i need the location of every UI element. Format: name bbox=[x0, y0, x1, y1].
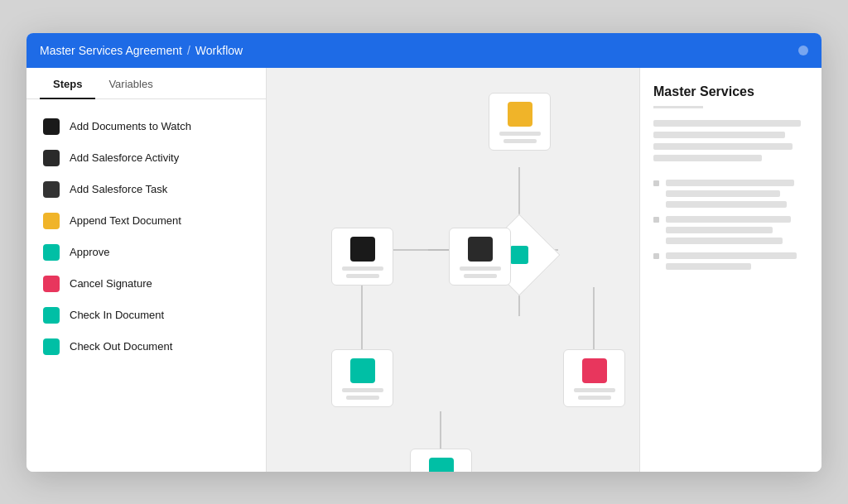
workflow-canvas-area[interactable] bbox=[267, 68, 639, 472]
doc-divider bbox=[653, 106, 703, 108]
step-icon-check-out bbox=[43, 338, 60, 355]
steps-list: Add Documents to WatchAdd Salesforce Act… bbox=[26, 99, 266, 472]
step-label-check-out: Check Out Document bbox=[70, 340, 172, 353]
header-indicator bbox=[798, 46, 808, 55]
step-icon-check-in bbox=[43, 307, 60, 324]
header-bar: Master Services Agreement / Workflow bbox=[26, 33, 822, 68]
sidebar: Steps Variables Add Documents to WatchAd… bbox=[26, 68, 267, 472]
node-icon-5 bbox=[350, 358, 375, 383]
step-icon-add-docs bbox=[43, 118, 60, 135]
sidebar-item-approve[interactable]: Approve bbox=[36, 238, 256, 266]
diamond-icon bbox=[510, 246, 528, 264]
node-icon-3 bbox=[468, 237, 493, 262]
sidebar-item-append-text[interactable]: Append Text Document bbox=[36, 207, 256, 235]
step-label-approve: Approve bbox=[70, 246, 109, 258]
node-lines-5 bbox=[339, 388, 386, 400]
node-lines-3 bbox=[456, 266, 504, 278]
step-icon-append-text bbox=[43, 213, 60, 229]
node-icon-1 bbox=[508, 102, 532, 127]
step-label-add-sf-activity: Add Salesforce Activity bbox=[70, 151, 179, 164]
step-label-check-in: Check In Document bbox=[70, 309, 164, 321]
sidebar-item-check-out[interactable]: Check Out Document bbox=[36, 333, 256, 361]
step-icon-approve bbox=[43, 244, 60, 261]
doc-preview-lines bbox=[653, 120, 808, 270]
doc-preview-title: Master Services bbox=[653, 84, 808, 99]
workflow-node-3[interactable] bbox=[449, 228, 511, 286]
node-lines-6 bbox=[571, 388, 618, 400]
workflow-node-2[interactable] bbox=[331, 228, 393, 286]
main-content: Steps Variables Add Documents to WatchAd… bbox=[26, 68, 822, 472]
step-label-add-sf-task: Add Salesforce Task bbox=[70, 183, 167, 195]
workflow-node-1[interactable] bbox=[489, 93, 551, 151]
workflow-node-5[interactable] bbox=[331, 349, 393, 407]
tab-bar: Steps Variables bbox=[26, 68, 266, 99]
sidebar-item-add-docs[interactable]: Add Documents to Watch bbox=[36, 113, 256, 141]
breadcrumb-section: Workflow bbox=[195, 44, 243, 57]
node-icon-6 bbox=[582, 358, 607, 383]
sidebar-item-add-sf-activity[interactable]: Add Salesforce Activity bbox=[36, 144, 256, 172]
step-label-append-text: Append Text Document bbox=[70, 214, 181, 227]
step-icon-add-sf-activity bbox=[43, 150, 60, 166]
header-title: Master Services Agreement / Workflow bbox=[40, 44, 243, 57]
breadcrumb-separator: / bbox=[187, 44, 190, 57]
node-lines-2 bbox=[339, 266, 386, 278]
step-label-cancel-sig: Cancel Signature bbox=[70, 277, 152, 290]
doc-preview-panel: Master Services bbox=[639, 68, 822, 472]
step-icon-cancel-sig bbox=[43, 276, 60, 292]
workflow-node-6[interactable] bbox=[563, 349, 625, 407]
tab-variables[interactable]: Variables bbox=[95, 68, 166, 98]
node-icon-2 bbox=[350, 237, 375, 262]
step-icon-add-sf-task bbox=[43, 181, 60, 198]
node-icon-7 bbox=[429, 458, 454, 472]
sidebar-item-cancel-sig[interactable]: Cancel Signature bbox=[36, 270, 256, 298]
breadcrumb-doc: Master Services Agreement bbox=[40, 44, 182, 57]
tab-steps[interactable]: Steps bbox=[40, 68, 95, 98]
step-label-add-docs: Add Documents to Watch bbox=[70, 120, 191, 132]
node-lines-1 bbox=[496, 132, 543, 143]
sidebar-item-check-in[interactable]: Check In Document bbox=[36, 301, 256, 329]
sidebar-item-add-sf-task[interactable]: Add Salesforce Task bbox=[36, 175, 256, 204]
workflow-node-7[interactable] bbox=[410, 449, 472, 472]
app-window: Master Services Agreement / Workflow Ste… bbox=[26, 33, 822, 472]
